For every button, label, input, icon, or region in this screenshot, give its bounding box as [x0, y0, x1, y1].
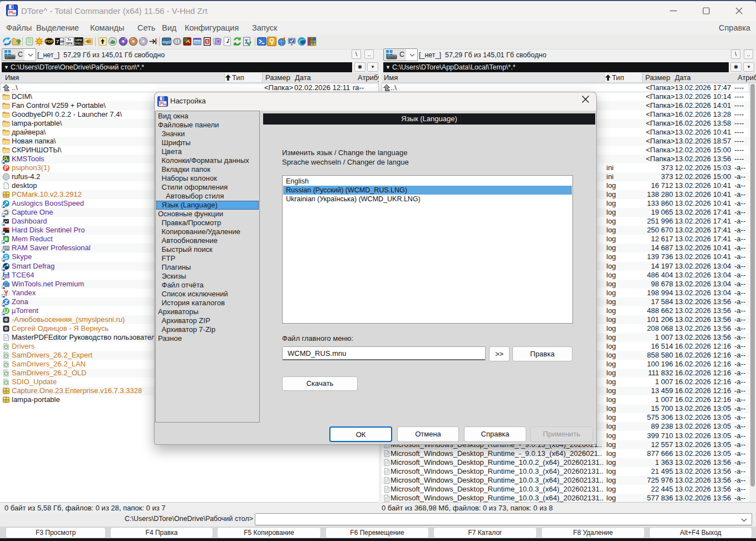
svg-text:7: 7 — [56, 38, 59, 44]
svg-text:64:: 64: — [12, 12, 17, 15]
svg-text:SHELL: SHELL — [75, 42, 83, 45]
svg-text:7z: 7z — [67, 38, 71, 41]
svg-text:SFX: SFX — [66, 42, 73, 45]
svg-text:PDF: PDF — [46, 39, 53, 43]
svg-text:S: S — [206, 39, 209, 44]
svg-text:64:: 64: — [163, 103, 167, 106]
svg-text:ZIP: ZIP — [60, 40, 64, 43]
svg-text:UPX: UPX — [76, 38, 82, 42]
svg-text:mp3: mp3 — [162, 39, 171, 44]
